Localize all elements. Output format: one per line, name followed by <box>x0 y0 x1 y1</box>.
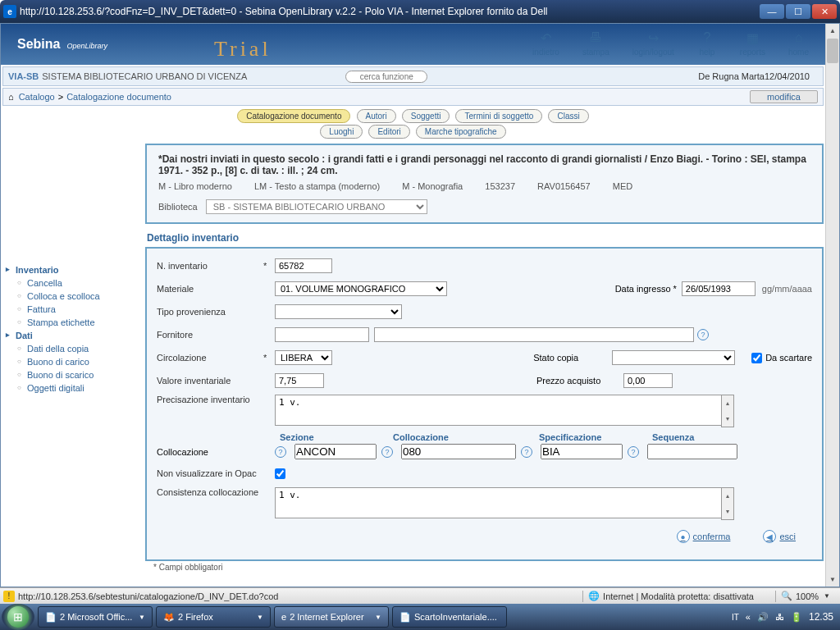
zoom-icon[interactable]: 🔍 <box>781 591 792 601</box>
prezzo-acquisto-input[interactable] <box>623 373 673 388</box>
non-opac-checkbox[interactable] <box>275 468 285 479</box>
window-close-button[interactable]: ✕ <box>812 4 837 19</box>
app-sublogo: OpenLibrary <box>67 42 108 50</box>
breadcrumb-item-catalogazione[interactable]: Catalogazione documento <box>66 92 171 102</box>
tab-catalogazione[interactable]: Catalogazione documento <box>237 109 350 123</box>
language-indicator[interactable]: IT <box>732 613 739 622</box>
taskbar-item-ie[interactable]: e2 Internet Explorer▼ <box>274 606 389 628</box>
firefox-icon: 🦊 <box>163 612 175 623</box>
reports-button[interactable]: ▦reports <box>740 28 765 57</box>
window-minimize-button[interactable]: — <box>760 4 784 19</box>
system-name: SISTEMA BIBLIOTECARIO URBANO DI VICENZA <box>42 71 247 81</box>
office-icon: 📄 <box>45 612 57 623</box>
ie-status-bar: ! http://10.128.253.6/sebtestuni/catalog… <box>0 587 840 604</box>
biblioteca-select[interactable]: SB - SISTEMA BIBLIOTECARIO URBANO <box>206 199 427 214</box>
stato-copia-select[interactable] <box>612 350 735 365</box>
sidebar-heading-inventario[interactable]: Inventario <box>6 263 139 276</box>
specificazione-input[interactable] <box>541 444 623 459</box>
precisazione-spinner[interactable]: ▴▾ <box>721 395 734 427</box>
consistenza-label: Consistenza collocazione <box>157 487 263 497</box>
specificazione-help-icon[interactable]: ? <box>628 446 639 458</box>
window-title-bar: e http://10.128.253.6/?codFnz=D_INV_DET&… <box>0 0 840 23</box>
consistenza-textarea[interactable]: 1 v. <box>275 487 734 518</box>
esci-button[interactable]: ◀esci <box>763 530 796 543</box>
exit-icon: ◀ <box>763 530 776 543</box>
da-scartare-checkbox[interactable] <box>751 353 762 363</box>
tray-network-icon[interactable]: 🖧 <box>775 612 784 622</box>
record-summary: *Dai nostri inviati in questo secolo : i… <box>145 144 824 224</box>
print-icon: 🖶 <box>586 28 605 48</box>
tab-termini[interactable]: Termini di soggetto <box>455 109 542 123</box>
zoom-dropdown-icon[interactable]: ▼ <box>824 592 830 600</box>
biblioteca-label: Biblioteca <box>158 202 198 212</box>
sidebar-item-oggetti-digitali[interactable]: Oggetti digitali <box>6 381 139 395</box>
fornitore-name-input[interactable] <box>374 327 694 342</box>
breadcrumb-item-catalogo[interactable]: Catalogo <box>19 92 55 102</box>
valore-inventariale-input[interactable] <box>275 373 324 388</box>
tray-power-icon[interactable]: 🔋 <box>791 612 802 623</box>
tab-editori[interactable]: Editori <box>368 125 409 139</box>
data-ingresso-input[interactable] <box>682 281 756 296</box>
help-button[interactable]: ?help <box>697 28 717 57</box>
clock[interactable]: 12.35 <box>809 611 833 623</box>
sezione-input[interactable] <box>294 444 377 459</box>
collocazione-field-help-icon[interactable]: ? <box>521 446 532 458</box>
non-opac-label: Non visualizzare in Opac <box>157 468 263 478</box>
taskbar-item-firefox[interactable]: 🦊2 Firefox▼ <box>156 606 271 628</box>
app-logo: Sebina <box>17 37 60 51</box>
prezzo-acquisto-label: Prezzo acquisto <box>536 376 619 386</box>
tipo-provenienza-label: Tipo provenienza <box>157 307 263 317</box>
sidebar-item-buono-scarico[interactable]: Buono di scarico <box>6 368 139 381</box>
sezione-help-icon[interactable]: ? <box>381 446 393 458</box>
materiale-select[interactable]: 01. VOLUME MONOGRAFICO <box>275 281 447 296</box>
modifica-button[interactable]: modifica <box>750 90 818 103</box>
sequenza-input[interactable] <box>647 444 737 459</box>
specificazione-header: Specificazione <box>539 432 644 442</box>
collocazione-input[interactable] <box>401 444 516 459</box>
tab-autori[interactable]: Autori <box>357 109 396 123</box>
sidebar-item-buono-carico[interactable]: Buono di carico <box>6 355 139 368</box>
collocazione-help-icon[interactable]: ? <box>275 446 286 458</box>
tipo-provenienza-select[interactable] <box>275 304 402 319</box>
login-button[interactable]: ↪login/logout <box>632 28 674 57</box>
precisazione-textarea[interactable]: 1 v. <box>275 395 734 426</box>
home-button[interactable]: ⌂home <box>788 28 809 57</box>
taskbar-item-scarto[interactable]: 📄ScartoInventariale.... <box>392 606 507 628</box>
tab-luoghi[interactable]: Luoghi <box>320 125 363 139</box>
record-meta-med: MED <box>613 181 632 191</box>
taskbar-item-office[interactable]: 📄2 Microsoft Offic...▼ <box>38 606 153 628</box>
sidebar-item-stampa-etichette[interactable]: Stampa etichette <box>6 316 139 329</box>
confirm-icon: ● <box>677 530 690 543</box>
back-icon: ↶ <box>536 28 556 48</box>
tab-classi[interactable]: Classi <box>548 109 588 123</box>
tab-soggetti[interactable]: Soggetti <box>402 109 450 123</box>
sidebar-heading-dati[interactable]: Dati <box>6 329 139 342</box>
n-inventario-input[interactable] <box>275 258 332 273</box>
materiale-label: Materiale <box>157 284 263 294</box>
stato-copia-label: Stato copia <box>533 353 607 363</box>
start-button[interactable]: ⊞ <box>2 604 34 630</box>
detail-form: N. inventario * Materiale 01. VOLUME MON… <box>145 247 824 561</box>
print-button[interactable]: 🖶stampa <box>582 28 609 57</box>
fornitore-help-icon[interactable]: ? <box>697 329 709 340</box>
sidebar-item-fattura[interactable]: Fattura <box>6 303 139 316</box>
scrollbar-arrow-up-icon[interactable]: ▲ <box>826 24 839 38</box>
vertical-scrollbar[interactable]: ▲ ▼ <box>825 24 839 587</box>
back-button[interactable]: ↶indietro <box>532 28 559 57</box>
tray-chevron-icon[interactable]: « <box>746 612 751 622</box>
sidebar-item-dati-copia[interactable]: Dati della copia <box>6 342 139 355</box>
consistenza-spinner[interactable]: ▴▾ <box>721 487 734 520</box>
tray-volume-icon[interactable]: 🔊 <box>757 612 769 623</box>
conferma-button[interactable]: ●conferma <box>677 530 731 543</box>
sidebar-item-colloca[interactable]: Colloca e scolloca <box>6 290 139 303</box>
breadcrumb-home-icon[interactable]: ⌂ <box>8 92 14 102</box>
scrollbar-thumb[interactable] <box>827 39 838 63</box>
window-maximize-button[interactable]: ☐ <box>786 4 810 19</box>
search-function-input[interactable] <box>345 71 427 83</box>
info-bar: VIA-SB SISTEMA BIBLIOTECARIO URBANO DI V… <box>2 66 824 86</box>
fornitore-code-input[interactable] <box>275 327 369 342</box>
sidebar-item-cancella[interactable]: Cancella <box>6 276 139 290</box>
circolazione-select[interactable]: LIBERA <box>275 350 332 365</box>
tab-marche[interactable]: Marche tipografiche <box>416 125 506 139</box>
scrollbar-arrow-down-icon[interactable]: ▼ <box>826 573 839 587</box>
